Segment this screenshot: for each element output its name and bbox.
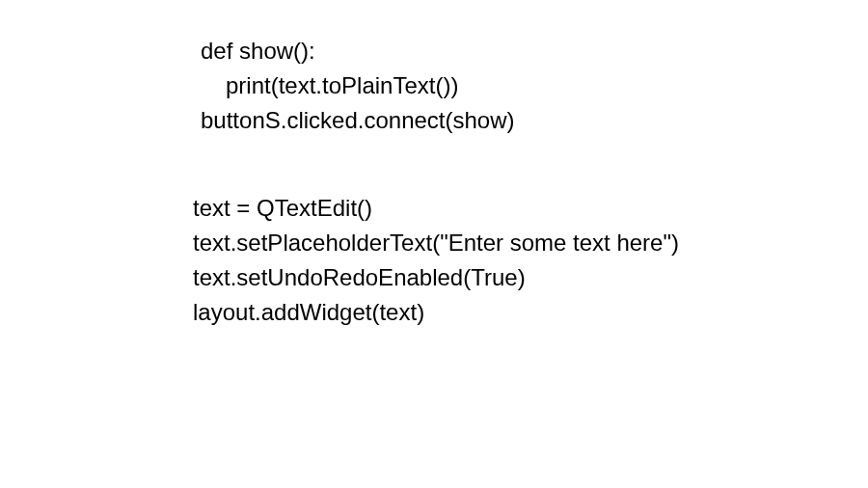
code-block-function: def show(): print(text.toPlainText()) bu… [201,34,515,138]
code-line: text.setPlaceholderText("Enter some text… [193,226,679,260]
code-line: layout.addWidget(text) [193,295,679,330]
code-block-textedit: text = QTextEdit() text.setPlaceholderTe… [193,191,679,330]
code-line: print(text.toPlainText()) [201,68,515,103]
code-line: buttonS.clicked.connect(show) [201,103,515,138]
code-line: def show(): [201,34,515,68]
code-line: text = QTextEdit() [193,191,679,226]
code-line: text.setUndoRedoEnabled(True) [193,260,679,295]
